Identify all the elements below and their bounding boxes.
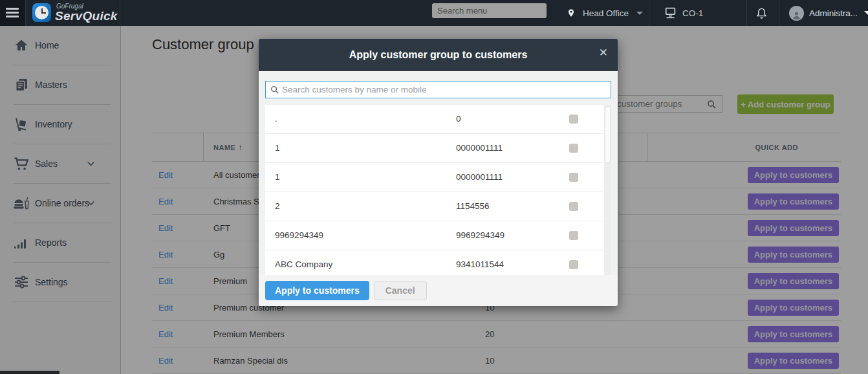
menu-search-box — [432, 3, 547, 18]
customer-mobile: 0000001111 — [456, 172, 503, 182]
customer-row: 1 0000001111 — [265, 134, 611, 163]
terminal-icon — [664, 7, 677, 19]
close-icon[interactable]: ✕ — [599, 47, 608, 58]
customer-name: 1 — [275, 172, 280, 182]
location-pin-icon — [567, 7, 576, 19]
modal-apply-button[interactable]: Apply to customers — [265, 281, 369, 300]
customer-search-input[interactable] — [282, 85, 606, 94]
user-menu[interactable]: Administra... — [789, 0, 868, 26]
store-selector[interactable]: Head Office — [567, 0, 643, 26]
customer-checkbox[interactable] — [569, 115, 578, 124]
customer-name: 1 — [275, 143, 280, 153]
customer-mobile: 9341011544 — [456, 259, 504, 269]
customer-row: 2 1154556 — [265, 192, 611, 221]
customer-name: . — [275, 114, 277, 124]
notifications-button[interactable] — [755, 0, 768, 26]
bell-icon — [755, 6, 768, 20]
customer-name: 2 — [275, 201, 280, 211]
store-name: Head Office — [583, 8, 629, 18]
chevron-down-icon — [636, 12, 643, 15]
customer-mobile: 0 — [456, 114, 461, 124]
customer-checkbox[interactable] — [569, 144, 578, 153]
brand-servquick: ServQuick — [55, 10, 118, 22]
top-navbar: GoFrugal ServQuick Head Office CO-1 Admi… — [0, 0, 868, 26]
menu-search-input[interactable] — [437, 6, 551, 16]
customer-mobile: 1154556 — [456, 201, 490, 211]
customer-row: 1 0000001111 — [265, 163, 611, 192]
avatar — [789, 6, 804, 21]
modal-header: Apply customer group to customers ✕ — [259, 39, 618, 71]
person-icon — [792, 10, 801, 21]
servquick-logo-icon — [32, 3, 51, 22]
modal-cancel-button[interactable]: Cancel — [374, 281, 427, 300]
app-logo[interactable]: GoFrugal ServQuick — [32, 3, 118, 22]
user-name: Administra... — [809, 8, 858, 18]
customer-name: 9969294349 — [275, 230, 323, 240]
brand-text: GoFrugal ServQuick — [55, 3, 118, 22]
scrollbar-thumb[interactable] — [605, 106, 611, 163]
customer-checkbox[interactable] — [569, 173, 578, 182]
hamburger-menu-icon[interactable] — [6, 8, 19, 19]
customer-row: . 0 — [265, 105, 611, 134]
customer-mobile: 9969294349 — [456, 230, 505, 240]
customer-row: ABC Company 9341011544 — [265, 250, 611, 275]
scrollbar-track[interactable] — [604, 105, 611, 275]
chevron-down-icon — [864, 11, 868, 15]
modal-footer: Apply to customers Cancel — [259, 275, 618, 306]
terminal-name: CO-1 — [682, 8, 703, 18]
customer-checkbox[interactable] — [569, 202, 578, 211]
terminal-selector[interactable]: CO-1 — [664, 0, 703, 26]
customer-checkbox[interactable] — [569, 260, 578, 269]
customer-mobile: 0000001111 — [456, 143, 503, 153]
customer-row: 9969294349 9969294349 — [265, 221, 611, 250]
customer-search-box — [265, 81, 611, 98]
modal-title: Apply customer group to customers — [349, 49, 528, 61]
customer-list: . 0 1 0000001111 1 0000001111 2 — [265, 105, 611, 275]
customer-name: ABC Company — [275, 259, 332, 269]
modal-body: . 0 1 0000001111 1 0000001111 2 — [259, 71, 618, 275]
search-icon — [270, 85, 279, 94]
apply-customer-group-modal: Apply customer group to customers ✕ . 0 … — [259, 39, 618, 306]
customer-checkbox[interactable] — [569, 231, 578, 240]
